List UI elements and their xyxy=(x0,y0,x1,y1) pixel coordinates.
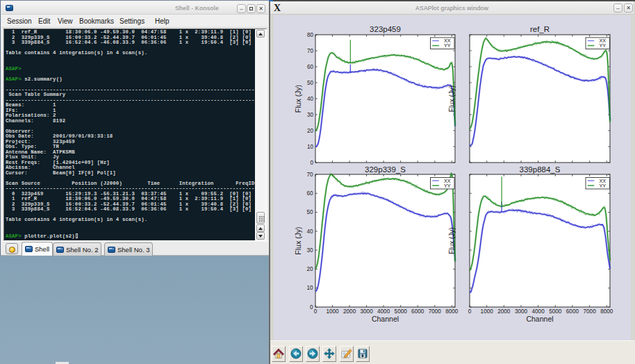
svg-text:10: 10 xyxy=(306,285,313,291)
svg-text:7000: 7000 xyxy=(583,308,596,315)
svg-text:YY: YY xyxy=(600,42,607,49)
svg-text:30: 30 xyxy=(307,112,314,118)
svg-text:ref_R: ref_R xyxy=(530,25,550,33)
svg-text:Flux (Jy): Flux (Jy) xyxy=(294,85,302,113)
svg-text:0: 0 xyxy=(310,160,313,166)
svg-text:YY: YY xyxy=(600,183,607,189)
svg-text:8000: 8000 xyxy=(600,308,613,315)
svg-text:2000: 2000 xyxy=(343,308,356,315)
svg-text:50: 50 xyxy=(306,209,313,215)
svg-text:10: 10 xyxy=(307,144,314,150)
svg-text:30: 30 xyxy=(306,247,313,254)
svg-text:0: 0 xyxy=(310,304,313,311)
svg-text:323p459: 323p459 xyxy=(370,25,401,33)
svg-text:60: 60 xyxy=(307,64,314,70)
svg-text:60: 60 xyxy=(306,190,313,197)
svg-text:1000: 1000 xyxy=(326,308,339,315)
svg-text:20: 20 xyxy=(307,128,314,134)
svg-text:70: 70 xyxy=(307,48,314,54)
svg-text:0: 0 xyxy=(314,308,318,315)
svg-text:80: 80 xyxy=(307,32,314,38)
svg-text:6000: 6000 xyxy=(411,308,424,315)
svg-text:50: 50 xyxy=(307,80,314,86)
svg-text:40: 40 xyxy=(307,96,314,102)
svg-text:1000: 1000 xyxy=(481,308,494,315)
svg-text:20: 20 xyxy=(306,266,313,272)
svg-text:2000: 2000 xyxy=(497,308,511,315)
svg-text:8000: 8000 xyxy=(445,308,459,315)
svg-text:Channel: Channel xyxy=(526,315,553,323)
svg-text:Flux (Jy): Flux (Jy) xyxy=(448,227,456,254)
svg-text:Flux (Jy): Flux (Jy) xyxy=(294,226,302,254)
svg-text:YY: YY xyxy=(444,42,451,49)
svg-text:Flux (Jy): Flux (Jy) xyxy=(448,85,456,112)
svg-text:0: 0 xyxy=(468,308,472,315)
svg-text:7000: 7000 xyxy=(429,308,442,315)
svg-text:6000: 6000 xyxy=(566,308,579,315)
svg-text:70: 70 xyxy=(306,172,313,178)
svg-text:40: 40 xyxy=(306,229,313,235)
svg-text:Channel: Channel xyxy=(372,315,399,323)
svg-text:YY: YY xyxy=(444,183,451,189)
